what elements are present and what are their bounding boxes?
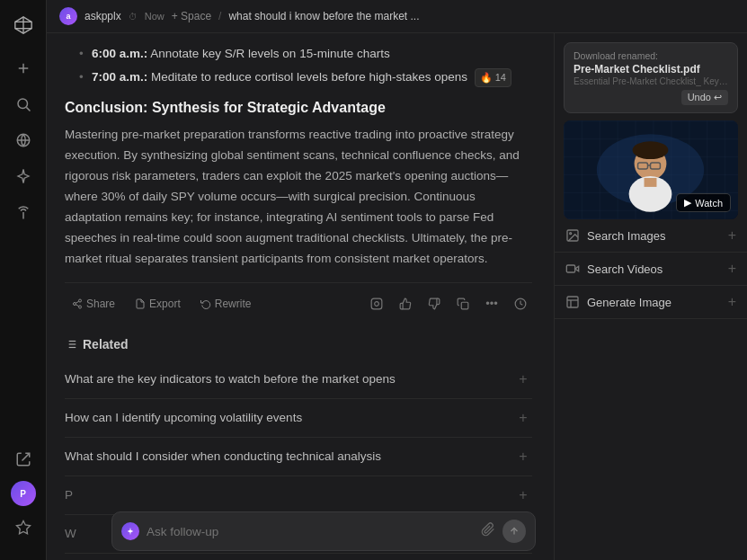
export-button[interactable]: Export bbox=[128, 294, 188, 314]
search-images-item[interactable]: Search Images + bbox=[555, 219, 747, 253]
doc-toolbar: Share Export Rewrite bbox=[65, 282, 532, 324]
page-title-header: what should i know before the market ... bbox=[228, 10, 419, 22]
svg-point-31 bbox=[633, 141, 669, 159]
antenna-button[interactable] bbox=[9, 198, 38, 227]
bullet-text-2: Meditate to reduce cortisol levels befor… bbox=[147, 70, 467, 84]
related-add-icon[interactable]: + bbox=[514, 486, 532, 504]
undo-button[interactable]: Undo ↩ bbox=[681, 90, 728, 105]
video-thumbnail[interactable]: ▶ Watch bbox=[564, 120, 738, 219]
svg-rect-36 bbox=[645, 178, 657, 187]
search-videos-label: Search Videos bbox=[587, 262, 663, 276]
breadcrumb-separator: / bbox=[218, 10, 221, 22]
related-item-label: What are the key indicators to watch bef… bbox=[65, 372, 396, 386]
related-add-icon[interactable]: + bbox=[514, 409, 532, 427]
list-item: 6:00 a.m.: Annotate key S/R levels on 15… bbox=[79, 44, 532, 64]
related-item-label: What should I consider when conducting t… bbox=[65, 449, 381, 463]
svg-rect-40 bbox=[567, 297, 578, 307]
svg-point-13 bbox=[74, 302, 76, 305]
section-title: Conclusion: Synthesis for Strategic Adva… bbox=[65, 100, 532, 116]
rewrite-button[interactable]: Rewrite bbox=[193, 294, 259, 314]
new-tab-button[interactable] bbox=[9, 54, 38, 83]
image-icon bbox=[565, 228, 580, 243]
section-body: Mastering pre-market preparation transfo… bbox=[65, 125, 532, 270]
export-button[interactable] bbox=[9, 445, 38, 474]
globe-button[interactable] bbox=[9, 126, 38, 155]
header-username: askpplx bbox=[84, 10, 121, 22]
generate-icon bbox=[565, 295, 580, 309]
generate-image-label: Generate Image bbox=[587, 296, 671, 309]
related-item[interactable]: What should I consider when conducting t… bbox=[65, 438, 532, 476]
related-item-label: How can I identify upcoming volatility e… bbox=[65, 411, 302, 424]
send-button[interactable] bbox=[502, 520, 526, 543]
document-area: 6:00 a.m.: Annotate key S/R levels on 15… bbox=[47, 33, 554, 560]
svg-rect-39 bbox=[566, 265, 574, 272]
svg-point-6 bbox=[18, 99, 28, 109]
list-item: 7:00 a.m.: Meditate to reduce cortisol l… bbox=[79, 67, 532, 88]
badge-fire: 🔥 14 bbox=[475, 68, 511, 88]
related-header: Related bbox=[65, 337, 532, 351]
related-item[interactable]: How can I identify upcoming volatility e… bbox=[65, 399, 532, 438]
download-notification: Download renamed: Pre-Market Checklist.p… bbox=[564, 42, 738, 113]
download-label: Download renamed: bbox=[574, 50, 728, 61]
input-container bbox=[111, 511, 536, 551]
svg-line-16 bbox=[76, 301, 78, 303]
watch-icon: ▶ bbox=[684, 197, 691, 209]
related-item[interactable]: What are the key indicators to watch bef… bbox=[65, 360, 532, 399]
related-item[interactable]: P + bbox=[65, 476, 532, 515]
related-add-icon[interactable]: + bbox=[514, 448, 532, 466]
generate-image-add-icon[interactable]: + bbox=[728, 294, 736, 310]
user-avatar[interactable]: P bbox=[11, 481, 36, 506]
input-area bbox=[93, 511, 554, 551]
content-wrapper: 6:00 a.m.: Annotate key S/R levels on 15… bbox=[47, 33, 747, 560]
copy-icon[interactable] bbox=[451, 292, 475, 316]
add-space-button[interactable]: + Space bbox=[172, 10, 211, 22]
header-time: Now bbox=[145, 11, 165, 22]
svg-point-38 bbox=[570, 233, 572, 235]
bullet-text-1: Annotate key S/R levels on 15-minute cha… bbox=[147, 47, 389, 60]
time-label-2: 7:00 a.m.: bbox=[92, 70, 147, 84]
search-videos-item[interactable]: Search Videos + bbox=[555, 253, 747, 286]
time-label: 6:00 a.m.: bbox=[92, 47, 147, 60]
search-videos-add-icon[interactable]: + bbox=[728, 261, 736, 277]
follow-up-input[interactable] bbox=[147, 525, 474, 538]
more-options-icon[interactable]: ••• bbox=[480, 292, 503, 316]
right-panel: Download renamed: Pre-Market Checklist.p… bbox=[554, 33, 747, 560]
thumbs-down-icon[interactable] bbox=[422, 292, 446, 316]
thumbs-up-icon[interactable] bbox=[394, 292, 417, 316]
related-item-label: P bbox=[65, 488, 73, 502]
download-filename: Pre-Market Checklist.pdf bbox=[574, 63, 728, 76]
video-icon bbox=[565, 262, 580, 276]
svg-point-12 bbox=[79, 299, 82, 302]
svg-line-15 bbox=[76, 305, 78, 307]
search-images-add-icon[interactable]: + bbox=[728, 227, 736, 244]
attach-icon[interactable] bbox=[481, 522, 495, 540]
settings-button[interactable] bbox=[9, 513, 38, 542]
svg-point-14 bbox=[79, 306, 82, 308]
instagram-icon[interactable] bbox=[365, 292, 388, 316]
clock-icon[interactable] bbox=[509, 292, 532, 316]
sidebar: P bbox=[0, 0, 47, 560]
svg-line-10 bbox=[22, 453, 29, 460]
header-bar: a askpplx ⏱ Now + Space / what should i … bbox=[47, 0, 747, 33]
related-icon bbox=[65, 338, 77, 351]
svg-rect-17 bbox=[371, 298, 382, 309]
share-button[interactable]: Share bbox=[65, 294, 122, 314]
svg-marker-11 bbox=[16, 521, 30, 534]
generate-image-item[interactable]: Generate Image + bbox=[555, 286, 747, 319]
related-title: Related bbox=[83, 337, 129, 351]
download-subfile: Essential Pre-Market Checklist_ Key Cons… bbox=[574, 76, 728, 86]
sparkle-button[interactable] bbox=[9, 162, 38, 191]
related-item-label: W bbox=[65, 527, 76, 540]
search-button[interactable] bbox=[9, 90, 38, 119]
ai-sparkle-icon bbox=[126, 527, 135, 536]
main-content: a askpplx ⏱ Now + Space / what should i … bbox=[47, 0, 747, 560]
doc-content: 6:00 a.m.: Annotate key S/R levels on 15… bbox=[65, 33, 532, 560]
schedule-list: 6:00 a.m.: Annotate key S/R levels on 15… bbox=[65, 44, 532, 87]
app-logo[interactable] bbox=[9, 11, 38, 40]
svg-line-7 bbox=[26, 107, 30, 111]
watch-button[interactable]: ▶ Watch bbox=[676, 193, 731, 212]
ai-icon bbox=[121, 522, 139, 540]
svg-rect-19 bbox=[461, 302, 468, 309]
related-add-icon[interactable]: + bbox=[514, 370, 532, 388]
header-avatar: a bbox=[59, 7, 77, 25]
